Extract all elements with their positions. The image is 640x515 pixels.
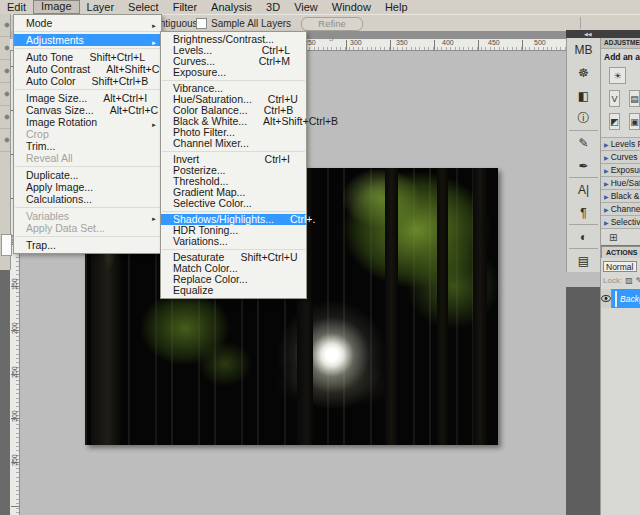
expander-triangle-icon[interactable]: ▶: [604, 155, 609, 161]
layer-comps-icon[interactable]: ▤: [567, 249, 600, 272]
expander-triangle-icon[interactable]: ▶: [604, 168, 609, 174]
expander-triangle-icon[interactable]: ▶: [604, 142, 609, 148]
brightness-contrast-icon[interactable]: ☀: [609, 67, 626, 84]
paragraph-icon[interactable]: ¶: [567, 201, 600, 224]
menu-item-apply-data-set[interactable]: Apply Data Set...: [14, 222, 161, 234]
expander-triangle-icon[interactable]: ▶: [604, 194, 609, 200]
menu-item-variations[interactable]: Variations...: [161, 236, 306, 247]
blend-mode-select[interactable]: Normal: [603, 261, 637, 272]
info-icon[interactable]: ⓘ: [567, 107, 600, 130]
menu-item-crop[interactable]: Crop: [14, 128, 161, 140]
preset-row[interactable]: ▶Levels Presets: [601, 138, 640, 151]
levels-icon[interactable]: ▤: [629, 90, 640, 107]
ruler-label: 350: [10, 454, 19, 498]
visibility-toggle[interactable]: [601, 289, 612, 308]
menu-item[interactable]: [15, 166, 160, 167]
menu-item-canvas-size[interactable]: Canvas Size... Alt+Ctrl+C: [14, 104, 161, 116]
preset-row[interactable]: ▶Exposure Presets: [601, 164, 640, 177]
dock-icon-glyph: ◧: [578, 89, 589, 103]
lock-brush-icon[interactable]: ✎: [636, 276, 640, 285]
menu-item[interactable]: [15, 89, 160, 90]
menu-item[interactable]: [15, 207, 160, 208]
layer-row-background[interactable]: Background: [601, 289, 640, 308]
tool-fragment: [0, 83, 10, 106]
layer-thumbnail[interactable]: [615, 291, 617, 307]
menu-item-adjustments[interactable]: Adjustments: [14, 34, 161, 46]
preset-row[interactable]: ▶Curves Presets: [601, 151, 640, 164]
sample-all-layers-checkbox[interactable]: Sample All Layers: [196, 18, 291, 29]
menu-item-label: Crop: [26, 128, 49, 140]
adjustment-icon-glyph: ▣: [630, 117, 639, 127]
dock-icon-glyph: ◐: [580, 230, 587, 244]
ruler-label: 200: [10, 322, 19, 366]
menu-item-shortcut: Alt+Ctrl+C: [94, 104, 158, 116]
refine-edge-button[interactable]: Refine Edge...: [301, 17, 363, 31]
menu-item-trim[interactable]: Trim...: [14, 140, 161, 152]
preset-row[interactable]: ▶Channel Mixer Presets: [601, 203, 640, 216]
navigator-icon[interactable]: ☸: [567, 61, 600, 84]
menu-item[interactable]: [15, 236, 160, 237]
adjustments-panel-tab[interactable]: ADJUSTMENTS: [601, 38, 640, 49]
menu-item-channel-mixer[interactable]: Channel Mixer...: [161, 138, 306, 149]
panel-collapse-bar[interactable]: ◀◀: [566, 30, 640, 38]
vibrance-icon[interactable]: V: [609, 90, 620, 107]
landscape-icon[interactable]: ◧: [567, 84, 600, 107]
menu-item[interactable]: [15, 31, 160, 32]
menu-item-exposure[interactable]: Exposure...: [161, 67, 306, 78]
tool-presets-icon[interactable]: ✎: [567, 131, 600, 154]
brush-presets-icon[interactable]: ✒: [567, 154, 600, 177]
menu-item[interactable]: [162, 249, 305, 250]
menu-item-reveal-all[interactable]: Reveal All: [14, 152, 161, 164]
menu-item-image-size[interactable]: Image Size... Alt+Ctrl+I: [14, 92, 161, 104]
menu-item[interactable]: [162, 80, 305, 81]
tool-fragment: [0, 106, 10, 129]
preset-row[interactable]: ▶Black & White Presets: [601, 190, 640, 203]
tool-fragment: [0, 129, 10, 152]
menu-item-auto-contrast[interactable]: Auto Contrast Alt+Shift+Ctrl+L: [14, 63, 161, 75]
expander-triangle-icon[interactable]: ▶: [604, 207, 609, 213]
mini-bridge-icon[interactable]: MB: [567, 38, 600, 61]
preset-label: Exposure Presets: [611, 165, 640, 175]
menu-item-selective-color[interactable]: Selective Color...: [161, 198, 306, 209]
menu-edit[interactable]: Edit: [0, 1, 33, 14]
menu-item-image-rotation[interactable]: Image Rotation: [14, 116, 161, 128]
styles-icon[interactable]: ◐: [567, 225, 600, 248]
menu-image[interactable]: Image: [33, 0, 80, 14]
menu-item-calculations[interactable]: Calculations...: [14, 193, 161, 205]
exposure-icon[interactable]: ▣: [629, 113, 640, 130]
checkbox-icon[interactable]: [196, 18, 207, 29]
menu-item-duplicate[interactable]: Duplicate...: [14, 169, 161, 181]
menu-item-auto-color[interactable]: Auto Color Shift+Ctrl+B: [14, 75, 161, 87]
menu-item-equalize[interactable]: Equalize: [161, 285, 306, 296]
menu-item-auto-tone[interactable]: Auto Tone Shift+Ctrl+L: [14, 51, 161, 63]
menu-item[interactable]: [162, 211, 305, 212]
expander-triangle-icon[interactable]: ▶: [604, 220, 609, 226]
menu-analysis[interactable]: Analysis: [204, 1, 259, 14]
preset-row[interactable]: ▶Selective Color Presets: [601, 216, 640, 229]
menu-item-trap[interactable]: Trap...: [14, 239, 161, 251]
preset-label: Channel Mixer Presets: [611, 204, 640, 214]
menu-item[interactable]: [162, 151, 305, 152]
menu-item-label: Calculations...: [26, 193, 92, 205]
menu-item-variables[interactable]: Variables: [14, 210, 161, 222]
menu-item-apply-image[interactable]: Apply Image...: [14, 181, 161, 193]
tab-actions[interactable]: ACTIONS: [601, 246, 640, 258]
menu-view[interactable]: View: [287, 1, 325, 14]
character-icon[interactable]: A|: [567, 178, 600, 201]
curves-icon[interactable]: ◩: [609, 113, 620, 130]
lock-transparency-icon[interactable]: ▨: [625, 276, 633, 285]
menu-layer[interactable]: Layer: [80, 1, 122, 14]
preset-row[interactable]: ▶Hue/Saturation Presets: [601, 177, 640, 190]
menu-item[interactable]: [15, 48, 160, 49]
menu-select[interactable]: Select: [121, 1, 166, 14]
menu-help[interactable]: Help: [378, 1, 415, 14]
menu-window[interactable]: Window: [325, 1, 378, 14]
switch-panel-icon[interactable]: ⊞: [609, 232, 617, 243]
toolbar-partial[interactable]: [0, 14, 11, 270]
menu-filter[interactable]: Filter: [166, 1, 204, 14]
expander-triangle-icon[interactable]: ▶: [604, 181, 609, 187]
menu-3d[interactable]: 3D: [259, 1, 287, 14]
menu-item-mode[interactable]: Mode: [14, 17, 161, 29]
color-swatch-fragment[interactable]: [1, 234, 12, 256]
layer-name[interactable]: Background: [620, 294, 640, 304]
